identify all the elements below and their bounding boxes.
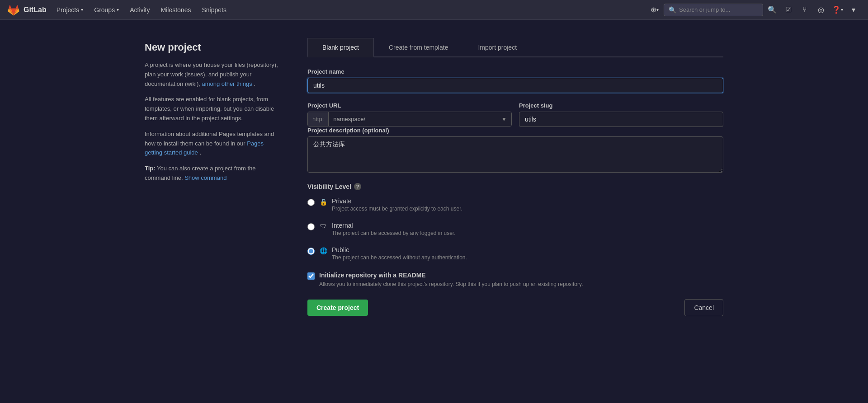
tab-bar: Blank project Create from template Impor… xyxy=(307,38,723,57)
sidebar-para3: Information about additional Pages templ… xyxy=(145,130,280,158)
plus-icon: ⊕ xyxy=(651,5,656,14)
visibility-public-option: 🌐 Public The project can be accessed wit… xyxy=(307,244,723,262)
visibility-internal-text: Internal The project can be accessed by … xyxy=(332,222,723,236)
navbar-right: ⊕ ▾ 🔍 Search or jump to... 🔍 ☑ ⑂ ◎ ❓ ▾ ▾ xyxy=(647,3,861,17)
init-repo-text: Initialize repository with a README Allo… xyxy=(319,272,583,288)
visibility-help-icon[interactable]: ? xyxy=(354,183,361,190)
sidebar-tip: Tip: You can also create a project from … xyxy=(145,164,280,183)
sidebar-link-other-things[interactable]: among other things xyxy=(202,80,252,87)
search-icon: 🔍 xyxy=(669,6,676,14)
project-description-label: Project description (optional) xyxy=(307,127,723,134)
visibility-section: Visibility Level ? 🔒 Private Project acc… xyxy=(307,183,723,262)
nav-projects[interactable]: Projects ▾ xyxy=(52,4,88,16)
globe-icon: 🌐 xyxy=(319,247,327,255)
brand-name: GitLab xyxy=(24,6,47,14)
nav-activity[interactable]: Activity xyxy=(125,4,154,16)
project-description-input[interactable]: 公共方法库 xyxy=(307,136,723,173)
new-item-chevron-icon: ▾ xyxy=(656,7,659,12)
nav-groups[interactable]: Groups ▾ xyxy=(90,4,123,16)
issues-icon: ◎ xyxy=(818,5,824,14)
init-repo-checkbox[interactable] xyxy=(307,272,315,280)
nav-milestones[interactable]: Milestones xyxy=(156,4,196,16)
project-name-input[interactable] xyxy=(307,78,723,93)
sidebar-link-show-command[interactable]: Show command xyxy=(184,174,226,181)
help-icon: ❓ xyxy=(832,5,841,14)
groups-chevron-icon: ▾ xyxy=(117,7,119,12)
lock-icon: 🔒 xyxy=(319,198,327,206)
search-toggle-button[interactable]: 🔍 xyxy=(765,3,779,17)
create-project-button[interactable]: Create project xyxy=(307,300,368,316)
url-namespace-dropdown[interactable]: namespace/ ▼ xyxy=(329,112,511,126)
brand-logo[interactable]: GitLab xyxy=(7,4,47,16)
sidebar: New project A project is where you house… xyxy=(145,38,280,316)
project-slug-group: Project slug xyxy=(519,102,723,127)
navbar: GitLab Projects ▾ Groups ▾ Activity Mile… xyxy=(0,0,868,20)
url-dropdown-arrow-icon: ▼ xyxy=(501,116,507,122)
user-avatar-button[interactable]: ▾ xyxy=(846,3,861,17)
shield-icon: 🛡 xyxy=(319,222,327,230)
project-url-group: Project URL http: namespace/ ▼ xyxy=(307,102,512,127)
visibility-internal-radio[interactable] xyxy=(307,223,315,230)
help-chevron-icon: ▾ xyxy=(841,7,843,12)
visibility-label: Visibility Level ? xyxy=(307,183,723,190)
project-name-group: Project name xyxy=(307,68,723,93)
button-row: Create project Cancel xyxy=(307,299,723,316)
init-repo-option: Initialize repository with a README Allo… xyxy=(307,272,723,288)
project-name-label: Project name xyxy=(307,68,723,75)
mr-button[interactable]: ⑂ xyxy=(797,3,812,17)
visibility-private-radio[interactable] xyxy=(307,199,315,206)
issues-button[interactable]: ◎ xyxy=(814,3,828,17)
todo-button[interactable]: ☑ xyxy=(781,3,796,17)
visibility-private-option: 🔒 Private Project access must be granted… xyxy=(307,196,723,214)
form-area: Blank project Create from template Impor… xyxy=(307,38,723,316)
project-slug-input[interactable] xyxy=(519,112,723,127)
project-description-group: Project description (optional) 公共方法库 xyxy=(307,127,723,174)
page-content: New project A project is where you house… xyxy=(118,20,750,334)
projects-chevron-icon: ▾ xyxy=(81,7,83,12)
help-button[interactable]: ❓ ▾ xyxy=(830,3,844,17)
project-url-label: Project URL xyxy=(307,102,512,109)
tab-create-from-template[interactable]: Create from template xyxy=(374,38,463,57)
nav-snippets[interactable]: Snippets xyxy=(197,4,231,16)
user-avatar-icon: ▾ xyxy=(852,5,855,14)
search-placeholder-text: Search or jump to... xyxy=(679,6,730,13)
tab-import-project[interactable]: Import project xyxy=(463,38,532,57)
gitlab-logo-icon xyxy=(7,4,20,16)
sidebar-para1: A project is where you house your files … xyxy=(145,61,280,89)
visibility-public-radio[interactable] xyxy=(307,248,315,255)
visibility-internal-option: 🛡 Internal The project can be accessed b… xyxy=(307,220,723,238)
visibility-private-text: Private Project access must be granted e… xyxy=(332,197,723,212)
url-namespace-value: namespace/ xyxy=(333,116,365,122)
url-prefix-text: http: xyxy=(308,112,329,126)
project-url-input-group: http: namespace/ ▼ xyxy=(307,112,512,127)
tab-blank-project[interactable]: Blank project xyxy=(307,38,374,57)
search-bar[interactable]: 🔍 Search or jump to... xyxy=(664,4,763,16)
search-icon-2: 🔍 xyxy=(768,5,777,14)
visibility-public-text: Public The project can be accessed witho… xyxy=(332,246,723,261)
todo-icon: ☑ xyxy=(785,5,792,14)
merge-request-icon: ⑂ xyxy=(802,6,807,14)
new-item-button[interactable]: ⊕ ▾ xyxy=(647,3,662,17)
url-row: Project URL http: namespace/ ▼ Project s… xyxy=(307,102,723,127)
project-slug-label: Project slug xyxy=(519,102,723,109)
sidebar-para2: All features are enabled for blank proje… xyxy=(145,95,280,123)
cancel-button[interactable]: Cancel xyxy=(684,299,723,316)
page-title: New project xyxy=(145,42,280,53)
